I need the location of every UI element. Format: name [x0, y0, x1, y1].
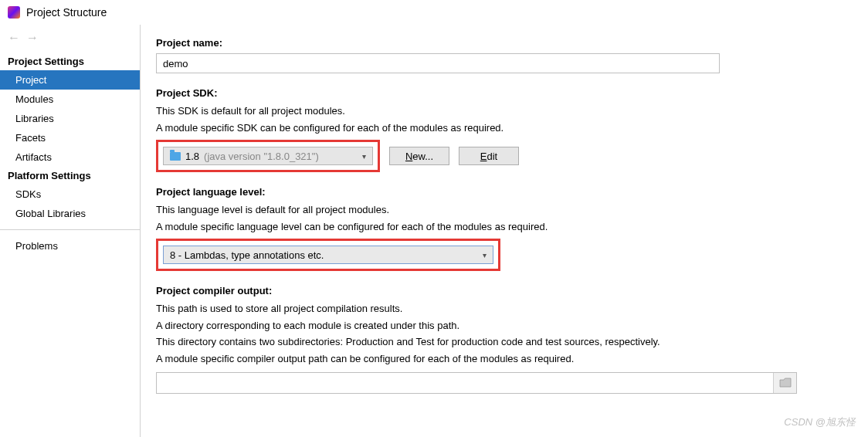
sidebar-item-facets[interactable]: Facets [0, 128, 140, 147]
sdk-highlight: 1.8 (java version "1.8.0_321") ▾ [156, 140, 380, 172]
lang-level-desc1: This language level is default for all p… [156, 202, 853, 218]
folder-icon [779, 378, 792, 388]
project-name-section: Project name: [156, 37, 853, 73]
section-project-settings: Project Settings [0, 53, 140, 70]
nav-arrows: ← → [0, 28, 140, 53]
sidebar-item-libraries[interactable]: Libraries [0, 109, 140, 128]
lang-level-label: Project language level: [156, 186, 853, 198]
lang-highlight: 8 - Lambdas, type annotations etc. ▾ [156, 239, 500, 271]
window-title: Project Structure [26, 6, 107, 19]
sidebar-item-project[interactable]: Project [0, 70, 140, 90]
browse-folder-button[interactable] [773, 373, 796, 393]
chevron-down-icon: ▾ [483, 251, 487, 259]
forward-arrow-icon[interactable]: → [26, 31, 39, 45]
watermark: CSDN @旭东怪 [784, 415, 856, 429]
divider [0, 229, 140, 230]
sidebar-item-modules[interactable]: Modules [0, 90, 140, 109]
project-name-input[interactable] [156, 53, 720, 73]
lang-level-desc2: A module specific language level can be … [156, 219, 853, 235]
compiler-output-row [156, 372, 797, 394]
compiler-output-input[interactable] [157, 373, 773, 393]
project-sdk-label: Project SDK: [156, 87, 853, 99]
lang-level-section: Project language level: This language le… [156, 186, 853, 271]
project-name-label: Project name: [156, 37, 853, 49]
chevron-down-icon: ▾ [362, 152, 366, 161]
project-sdk-desc2: A module specific SDK can be configured … [156, 120, 853, 136]
sdk-dropdown[interactable]: 1.8 (java version "1.8.0_321") ▾ [163, 147, 373, 165]
sidebar: ← → Project Settings Project Modules Lib… [0, 25, 141, 437]
content-panel: Project name: Project SDK: This SDK is d… [141, 25, 868, 437]
sdk-value: 1.8 [185, 151, 199, 162]
titlebar: Project Structure [0, 0, 868, 25]
compiler-output-desc3: This directory contains two subdirectori… [156, 334, 853, 350]
compiler-output-desc2: A directory corresponding to each module… [156, 318, 853, 334]
section-platform-settings: Platform Settings [0, 167, 140, 185]
sidebar-item-sdks[interactable]: SDKs [0, 185, 140, 204]
language-level-dropdown[interactable]: 8 - Lambdas, type annotations etc. ▾ [163, 246, 493, 264]
app-icon [8, 6, 20, 19]
project-sdk-section: Project SDK: This SDK is default for all… [156, 87, 853, 172]
compiler-output-desc4: A module specific compiler output path c… [156, 351, 853, 367]
sidebar-item-global-libraries[interactable]: Global Libraries [0, 204, 140, 223]
compiler-output-section: Project compiler output: This path is us… [156, 285, 853, 394]
new-sdk-button[interactable]: New... [389, 147, 449, 165]
language-level-value: 8 - Lambdas, type annotations etc. [170, 249, 324, 261]
folder-icon [170, 152, 181, 161]
project-sdk-desc1: This SDK is default for all project modu… [156, 103, 853, 119]
sidebar-item-problems[interactable]: Problems [0, 236, 140, 256]
compiler-output-label: Project compiler output: [156, 285, 853, 296]
compiler-output-desc1: This path is used to store all project c… [156, 301, 853, 317]
edit-sdk-button[interactable]: Edit [459, 147, 519, 165]
sidebar-item-artifacts[interactable]: Artifacts [0, 147, 140, 167]
back-arrow-icon[interactable]: ← [8, 31, 20, 45]
sdk-detail: (java version "1.8.0_321") [204, 151, 319, 162]
